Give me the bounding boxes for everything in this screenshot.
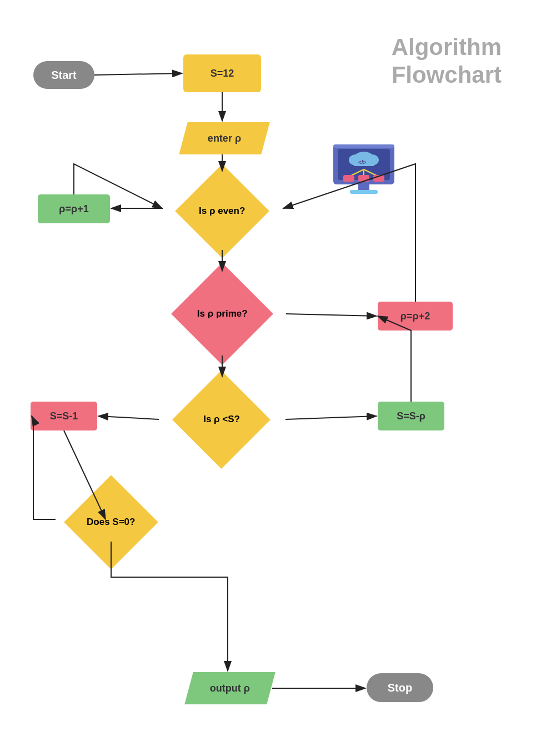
svg-rect-12 [373, 175, 384, 182]
svg-rect-14 [350, 190, 378, 194]
svg-line-25 [285, 416, 377, 419]
svg-line-17 [94, 73, 182, 75]
does-s-zero-node: Does S=0? [56, 478, 167, 567]
start-node: Start [33, 61, 94, 89]
stop-node: Stop [367, 673, 433, 702]
rho-plus-1-node: ρ=ρ+1 [38, 194, 110, 223]
enter-rho-node: enter ρ [179, 122, 270, 154]
is-rho-even-node: Is ρ even? [161, 172, 283, 250]
flowchart-container: Algorithm Flowchart Start S=12 enter ρ I… [0, 0, 546, 756]
svg-rect-11 [358, 175, 369, 182]
s-minus-rho-node: S=S-ρ [378, 402, 444, 430]
is-rho-prime-node: Is ρ prime? [158, 272, 286, 356]
s-equals-12-node: S=12 [183, 54, 261, 92]
output-rho-node: output ρ [184, 672, 275, 704]
page-title: Algorithm Flowchart [392, 33, 502, 89]
svg-line-22 [286, 314, 377, 316]
computer-illustration: </> [328, 139, 400, 200]
svg-text:</>: </> [358, 159, 367, 166]
svg-rect-13 [358, 184, 369, 190]
rho-plus-2-node: ρ=ρ+2 [378, 302, 453, 331]
svg-rect-10 [343, 175, 354, 182]
svg-rect-15 [333, 144, 394, 148]
is-rho-lt-s-node: Is ρ <S? [157, 378, 285, 461]
s-minus-1-node: S=S-1 [31, 402, 97, 430]
svg-line-24 [98, 416, 159, 419]
